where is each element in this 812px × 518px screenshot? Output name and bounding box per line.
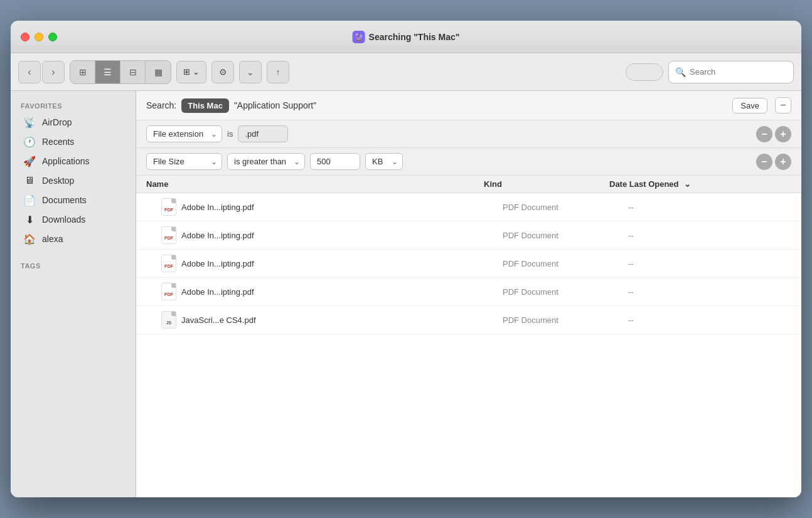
view-list-button[interactable]: ☰ (95, 61, 120, 83)
file-name: Adobe In...ipting.pdf (181, 231, 254, 240)
attribute-select-1[interactable]: File extension File Size Name Kind (146, 125, 222, 142)
downloads-icon: ⬇ (23, 213, 36, 226)
view-gallery-button[interactable]: ▦ (146, 61, 171, 83)
file-name: Adobe In...ipting.pdf (181, 259, 254, 268)
table-row[interactable]: PDF Adobe In...ipting.pdf PDF Document -… (136, 193, 801, 221)
save-button[interactable]: Save (732, 98, 767, 114)
add-filter-button[interactable]: + (775, 126, 791, 142)
operator-select-wrapper-2: is is not is greater than is less than (227, 153, 305, 170)
sidebar-item-label: Documents (42, 195, 87, 205)
sidebar-item-recents[interactable]: 🕐 Recents (13, 132, 133, 151)
sidebar-item-label: Desktop (42, 176, 74, 186)
sidebar-item-downloads[interactable]: ⬇ Downloads (13, 210, 133, 229)
name-column-header[interactable]: Name (146, 179, 484, 189)
view-icon-button[interactable]: ⊞ (70, 61, 95, 83)
toolbar: ‹ › ⊞ ☰ ⊟ ▦ ⊞ ⌄ ⚙ ⌄ ↑ 🔍 (11, 53, 801, 91)
action-chevron-button[interactable]: ⌄ (239, 61, 262, 83)
file-name: Adobe In...ipting.pdf (181, 203, 254, 212)
back-button[interactable]: ‹ (18, 61, 41, 83)
value-field-1[interactable]: .pdf (238, 125, 288, 142)
forward-button[interactable]: › (42, 61, 65, 83)
pdf-file-icon: PDF (161, 255, 176, 272)
maximize-button[interactable] (48, 33, 57, 41)
name-column-label: Name (146, 179, 168, 189)
kind-cell: PDF Document (503, 287, 628, 297)
kind-cell: PDF Document (503, 231, 628, 240)
add-filter-2-button[interactable]: + (775, 154, 791, 170)
filter-row-2: File extension File Size Name Kind is is… (136, 148, 801, 176)
alexa-icon: 🏠 (23, 233, 36, 245)
kind-column-header[interactable]: Kind (484, 179, 609, 189)
filter-controls-2: − + (756, 154, 791, 170)
date-cell: -- (628, 287, 791, 297)
this-mac-button[interactable]: This Mac (181, 98, 229, 113)
tags-label: Tags (11, 258, 136, 272)
search-box[interactable]: 🔍 (668, 61, 794, 83)
table-row[interactable]: PDF Adobe In...ipting.pdf PDF Document -… (136, 221, 801, 250)
remove-filter-1-button[interactable]: − (756, 126, 772, 142)
sidebar-item-desktop[interactable]: 🖥 Desktop (13, 171, 133, 190)
traffic-lights (21, 33, 57, 41)
chevron-icon: ⌄ (247, 67, 254, 77)
group-icon: ⊞ (183, 67, 190, 77)
sidebar-item-alexa[interactable]: 🏠 alexa (13, 230, 133, 248)
favorites-label: Favorites (11, 98, 136, 112)
date-column-header[interactable]: Date Last Opened ⌄ (609, 179, 772, 189)
table-row[interactable]: PDF Adobe In...ipting.pdf PDF Document -… (136, 250, 801, 278)
minimize-button[interactable] (35, 33, 43, 41)
size-value-input[interactable] (310, 153, 360, 170)
forward-icon: › (51, 66, 55, 78)
date-cell: -- (628, 231, 791, 240)
date-cell: -- (628, 259, 791, 268)
sidebar-item-airdrop[interactable]: 📡 AirDrop (13, 113, 133, 132)
action-button[interactable]: ⚙ (211, 61, 234, 83)
attribute-select-wrapper-2: File extension File Size Name Kind (146, 153, 222, 170)
file-name: Adobe In...ipting.pdf (181, 287, 254, 297)
unit-select[interactable]: KB MB GB (365, 153, 403, 170)
filter-row-1: File extension File Size Name Kind is .p… (136, 120, 801, 148)
tag-button[interactable] (626, 63, 663, 81)
view-column-button[interactable]: ⊟ (120, 61, 146, 83)
js-pdf-file-icon: JS (161, 311, 176, 329)
share-button[interactable]: ↑ (267, 61, 289, 83)
date-cell: -- (628, 203, 791, 212)
minus-icon: − (780, 100, 786, 111)
main-area: Favorites 📡 AirDrop 🕐 Recents 🚀 Applicat… (11, 91, 801, 497)
attribute-select-2[interactable]: File extension File Size Name Kind (146, 153, 222, 170)
sidebar-item-applications[interactable]: 🚀 Applications (13, 152, 133, 171)
pdf-file-icon: PDF (161, 226, 176, 244)
sidebar-item-documents[interactable]: 📄 Documents (13, 191, 133, 209)
date-column-label: Date Last Opened (609, 179, 679, 189)
table-header: Name Kind Date Last Opened ⌄ (136, 176, 801, 193)
file-name-cell: PDF Adobe In...ipting.pdf (161, 283, 503, 300)
sidebar-item-label: Downloads (42, 214, 85, 225)
table-row[interactable]: JS JavaScri...e CS4.pdf PDF Document -- (136, 306, 801, 334)
title-icon: 🔮 (353, 31, 365, 43)
kind-cell: PDF Document (503, 259, 628, 268)
search-query-text: "Application Support" (234, 100, 316, 110)
file-name-cell: PDF Adobe In...ipting.pdf (161, 198, 503, 216)
remove-filter-2-button[interactable]: − (756, 154, 772, 170)
remove-search-button[interactable]: − (775, 97, 791, 114)
table-row[interactable]: PDF Adobe In...ipting.pdf PDF Document -… (136, 278, 801, 306)
recents-icon: 🕐 (23, 135, 36, 148)
search-input[interactable] (690, 67, 787, 77)
file-name-cell: PDF Adobe In...ipting.pdf (161, 226, 503, 244)
search-criteria-bar: Search: This Mac "Application Support" S… (136, 91, 801, 120)
file-name-cell: PDF Adobe In...ipting.pdf (161, 255, 503, 272)
share-icon: ↑ (276, 67, 280, 77)
filter-controls-1: − + (756, 126, 791, 142)
operator-select-2[interactable]: is is not is greater than is less than (227, 153, 305, 170)
pdf-file-icon: PDF (161, 283, 176, 300)
applications-icon: 🚀 (23, 155, 36, 167)
search-label: Search: (146, 100, 176, 110)
sidebar-item-label: Recents (42, 137, 74, 147)
kind-cell: PDF Document (503, 315, 628, 325)
sidebar: Favorites 📡 AirDrop 🕐 Recents 🚀 Applicat… (11, 91, 136, 497)
group-button[interactable]: ⊞ ⌄ (176, 61, 206, 83)
content-pane: Search: This Mac "Application Support" S… (136, 91, 801, 497)
unit-select-wrapper: KB MB GB (365, 153, 403, 170)
window-title: 🔮 Searching "This Mac" (353, 31, 460, 43)
sidebar-item-label: Applications (42, 156, 90, 166)
close-button[interactable] (21, 33, 29, 41)
